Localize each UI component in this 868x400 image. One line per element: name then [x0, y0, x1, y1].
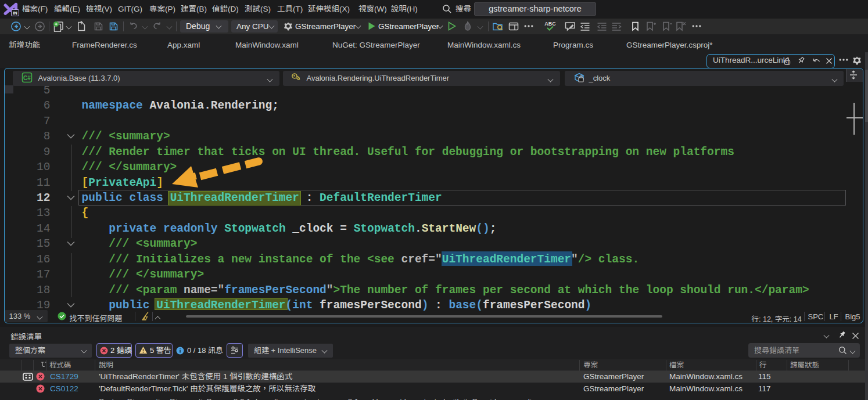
svg-text:C#: C# [23, 75, 31, 81]
svg-text:ABC: ABC [544, 21, 556, 27]
svg-text:IN: IN [13, 10, 17, 16]
